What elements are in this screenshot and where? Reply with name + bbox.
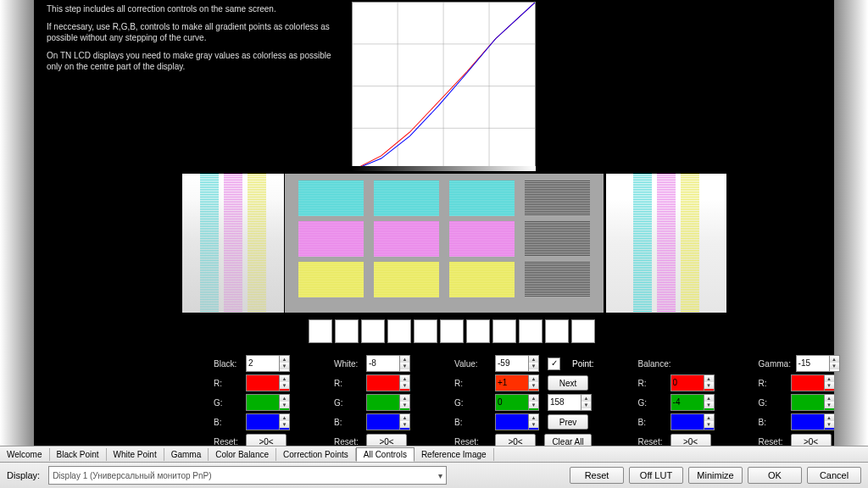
stripe-yellow xyxy=(248,174,266,313)
prev-button[interactable]: Prev xyxy=(548,414,588,430)
black-group: Black:▲▼ R:▲▼ G:▲▼ B:▲▼ Reset:>0< xyxy=(214,356,290,449)
instr-line: On TN LCD displays you need to make gray… xyxy=(47,50,335,72)
swatch[interactable] xyxy=(309,319,332,343)
main-stage: This step includes all correction contro… xyxy=(34,0,834,488)
instr-line: If neccesary, use R,G,B, controls to mak… xyxy=(47,21,335,43)
gamma-group: Gamma:▲▼ R:▲▼ G:▲▼ B:▲▼ Reset:>0< xyxy=(759,356,840,449)
chevron-down-icon: ▾ xyxy=(438,471,442,480)
tab-welcome[interactable]: Welcome xyxy=(0,448,50,461)
point-checkbox[interactable]: ✓ xyxy=(548,358,560,370)
value-n[interactable]: ▲▼ xyxy=(548,394,592,411)
gamma-b[interactable]: ▲▼ xyxy=(791,413,835,430)
display-dropdown[interactable]: Display 1 (Универсальный монитор PnP) ▾ xyxy=(48,466,447,485)
tab-black-point[interactable]: Black Point xyxy=(50,448,107,461)
tab-all-controls[interactable]: All Controls xyxy=(356,447,415,462)
gamma-curve-chart xyxy=(352,2,536,171)
stripe-magenta xyxy=(224,174,242,313)
value-r[interactable]: ▲▼ xyxy=(495,374,539,391)
black-spin[interactable]: ▲▼ xyxy=(246,355,290,372)
ok-button[interactable]: OK xyxy=(748,467,802,484)
black-r[interactable]: ▲▼ xyxy=(246,374,290,391)
left-gradient xyxy=(0,0,34,488)
swatch[interactable] xyxy=(492,319,516,343)
gamma-r[interactable]: ▲▼ xyxy=(791,374,835,391)
point-label: Point: xyxy=(572,359,594,369)
tab-bar: WelcomeBlack PointWhite PointGammaColor … xyxy=(0,446,868,463)
swatch[interactable] xyxy=(466,319,490,343)
off-lut-button[interactable]: Off LUT xyxy=(629,467,683,484)
tab-white-point[interactable]: White Point xyxy=(107,448,164,461)
gradient-panel-left xyxy=(182,174,284,313)
white-r[interactable]: ▲▼ xyxy=(366,374,410,391)
controls-area: Black:▲▼ R:▲▼ G:▲▼ B:▲▼ Reset:>0< White:… xyxy=(214,356,840,449)
stripe-yellow xyxy=(681,174,699,313)
tab-gamma[interactable]: Gamma xyxy=(164,448,209,461)
minimize-button[interactable]: Minimize xyxy=(688,467,743,484)
balance-r[interactable]: ▲▼ xyxy=(670,374,715,391)
tab-reference-image[interactable]: Reference Image xyxy=(415,448,494,461)
stripe-magenta xyxy=(657,174,676,313)
cancel-button[interactable]: Cancel xyxy=(807,467,861,484)
white-b[interactable]: ▲▼ xyxy=(366,413,410,430)
value-group: Value: ▲▼ ✓ Point: R:▲▼Next G:▲▼▲▼ B:▲▼P… xyxy=(454,356,594,449)
white-spin[interactable]: ▲▼ xyxy=(366,355,410,372)
balance-g[interactable]: ▲▼ xyxy=(670,394,715,411)
black-b[interactable]: ▲▼ xyxy=(246,413,290,430)
balance-group: Balance: R:▲▼ G:▲▼ B:▲▼ Reset:>0< xyxy=(638,356,715,449)
stripe-cyan xyxy=(200,174,219,313)
swatch[interactable] xyxy=(571,319,595,343)
black-g[interactable]: ▲▼ xyxy=(246,394,290,411)
swatch-row xyxy=(309,319,595,343)
swatch[interactable] xyxy=(387,319,411,343)
swatch[interactable] xyxy=(361,319,385,343)
gradient-panel-center xyxy=(285,174,604,313)
swatch[interactable] xyxy=(545,319,569,343)
gamma-g[interactable]: ▲▼ xyxy=(791,394,835,411)
value-g[interactable]: ▲▼ xyxy=(495,394,539,411)
gradient-scale xyxy=(352,166,536,171)
black-label: Black: xyxy=(214,359,246,369)
reset-button[interactable]: Reset xyxy=(570,467,624,484)
swatch[interactable] xyxy=(519,319,542,343)
value-spin[interactable]: ▲▼ xyxy=(495,355,539,372)
instructions: This step includes all correction contro… xyxy=(47,3,335,79)
stripe-cyan xyxy=(633,174,652,313)
gradient-panel-right xyxy=(606,174,726,313)
instr-line: This step includes all correction contro… xyxy=(47,3,335,14)
tab-correction-points[interactable]: Correction Points xyxy=(276,448,356,461)
tab-color-balance[interactable]: Color Balance xyxy=(209,448,276,461)
swatch[interactable] xyxy=(335,319,359,343)
bottom-bar: Display: Display 1 (Универсальный монито… xyxy=(0,463,868,488)
swatch[interactable] xyxy=(414,319,437,343)
white-group: White:▲▼ R:▲▼ G:▲▼ B:▲▼ Reset:>0< xyxy=(334,356,410,449)
next-button[interactable]: Next xyxy=(548,375,588,391)
gamma-spin[interactable]: ▲▼ xyxy=(796,355,840,372)
value-b[interactable]: ▲▼ xyxy=(495,413,539,430)
white-g[interactable]: ▲▼ xyxy=(366,394,410,411)
swatch[interactable] xyxy=(440,319,464,343)
balance-b[interactable]: ▲▼ xyxy=(670,413,715,430)
display-label: Display: xyxy=(7,470,40,480)
